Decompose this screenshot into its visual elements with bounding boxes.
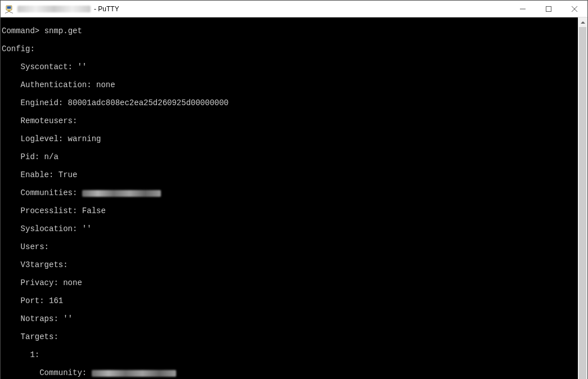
engineid-line: Engineid: 80001adc808ec2ea25d260925d0000… — [2, 98, 577, 107]
svg-rect-3 — [8, 11, 10, 12]
svg-rect-1 — [7, 6, 11, 9]
target-1-community-prefix: Community: — [2, 368, 92, 377]
client-area: Command> snmp.get Config: Syscontact: ''… — [1, 17, 587, 379]
loglevel-line: Loglevel: warning — [2, 134, 577, 143]
scrollbar[interactable] — [578, 17, 587, 379]
privacy-line: Privacy: none — [2, 278, 577, 287]
close-button[interactable] — [562, 1, 587, 17]
command-text: snmp.get — [44, 26, 82, 35]
redacted-hostname — [17, 6, 91, 12]
syscontact-line: Syscontact: '' — [2, 62, 577, 71]
notraps-line: Notraps: '' — [2, 314, 577, 323]
syslocation-line: Syslocation: '' — [2, 224, 577, 233]
target-1-idx: 1: — [2, 350, 577, 359]
terminal[interactable]: Command> snmp.get Config: Syscontact: ''… — [1, 17, 578, 379]
redacted-community — [82, 190, 161, 197]
redacted-community-1 — [92, 370, 176, 377]
putty-icon — [1, 4, 17, 13]
pid-line: Pid: n/a — [2, 152, 577, 161]
svg-rect-4 — [546, 6, 551, 11]
authentication-line: Authentication: none — [2, 80, 577, 89]
scroll-up-button[interactable] — [578, 17, 587, 27]
v3targets-line: V3targets: — [2, 260, 577, 269]
titlebar[interactable]: - PuTTY — [1, 1, 587, 17]
communities-prefix: Communities: — [2, 188, 82, 197]
maximize-button[interactable] — [536, 1, 562, 17]
prompt: Command> — [2, 26, 44, 35]
scroll-track[interactable] — [578, 27, 587, 379]
config-header: Config: — [2, 44, 577, 53]
targets-line: Targets: — [2, 332, 577, 341]
window-title: - PuTTY — [17, 5, 119, 13]
scroll-thumb[interactable] — [579, 27, 586, 379]
users-line: Users: — [2, 242, 577, 251]
minimize-button[interactable] — [510, 1, 536, 17]
processlist-line: Processlist: False — [2, 206, 577, 215]
port-line: Port: 161 — [2, 296, 577, 305]
title-suffix: - PuTTY — [94, 5, 119, 13]
remoteusers-line: Remoteusers: — [2, 116, 577, 125]
enable-line: Enable: True — [2, 170, 577, 179]
putty-window: - PuTTY Command> snmp.get Config: Syscon… — [0, 0, 588, 379]
